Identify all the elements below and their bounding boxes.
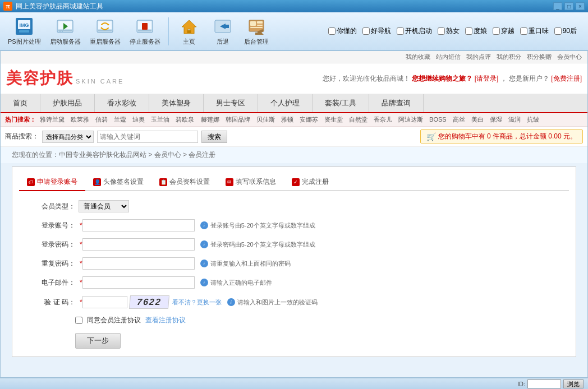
browse-button[interactable]: 浏览: [563, 379, 584, 388]
checkbox-shu-nv[interactable]: 熟女: [438, 26, 460, 36]
svg-rect-2: [19, 30, 29, 33]
top-nav-huanzeng[interactable]: 积分换赠: [527, 53, 552, 61]
register-link[interactable]: [免费注册]: [551, 75, 582, 82]
checkbox-hao-daohang[interactable]: 好导航: [362, 26, 391, 36]
step1-label: 申请登录账号: [37, 177, 77, 187]
captcha-refresh-link[interactable]: 看不清？更换一张: [172, 298, 222, 307]
logo-sub: Skin Care: [76, 78, 124, 85]
ni-dong-checkbox[interactable]: [328, 27, 336, 35]
window-controls: _ □ ×: [553, 2, 585, 10]
svg-rect-27: [257, 25, 263, 26]
member-type-row: 会员类型： 普通会员VIP会员: [19, 200, 569, 212]
minimize-button[interactable]: _: [553, 2, 562, 10]
checkbox-ni-dong[interactable]: 你懂的: [328, 26, 357, 36]
home-button[interactable]: 主页: [174, 14, 204, 48]
tab-skincare[interactable]: 护肤用品: [40, 94, 95, 112]
hot-item-21[interactable]: 抗皱: [527, 116, 539, 123]
checkbox-chuan-yue[interactable]: 穿越: [493, 26, 514, 36]
checkbox-90hou[interactable]: 90后: [554, 26, 577, 36]
checkbox-start-launch[interactable]: 开机启动: [397, 26, 432, 36]
hot-item-8[interactable]: 韩国品牌: [226, 116, 250, 123]
tab-home[interactable]: 首页: [1, 94, 40, 112]
login-link[interactable]: [请登录]: [475, 75, 499, 82]
view-agreement-link[interactable]: 查看注册协议: [145, 316, 186, 325]
backend-button[interactable]: 后台管理: [242, 14, 271, 48]
email-input[interactable]: [82, 276, 195, 289]
hot-item-5[interactable]: 玉兰油: [151, 116, 169, 123]
tab-body[interactable]: 美体塑身: [149, 94, 204, 112]
hot-item-4[interactable]: 迪奥: [132, 116, 145, 123]
checkbox-zhong-kou-wei[interactable]: 重口味: [520, 26, 549, 36]
hot-item-1[interactable]: 欧莱雅: [71, 116, 89, 123]
zhong-kou-wei-checkbox[interactable]: [520, 27, 527, 35]
hot-item-19[interactable]: 保湿: [490, 116, 502, 123]
tab-mens[interactable]: 男士专区: [204, 94, 258, 112]
step-tab-5[interactable]: ✓ 完成注册: [284, 174, 337, 191]
hot-item-15[interactable]: 阿迪达斯: [398, 116, 423, 123]
next-step-button[interactable]: 下一步: [75, 333, 121, 349]
stop-server-button[interactable]: 停止服务器: [127, 14, 163, 48]
maximize-button[interactable]: □: [564, 2, 573, 10]
hot-item-9[interactable]: 贝佳斯: [256, 116, 275, 123]
tab-personal[interactable]: 个人护理: [258, 94, 313, 112]
search-input[interactable]: [97, 131, 198, 143]
step-tab-2[interactable]: 👤 头像签名设置: [85, 174, 151, 191]
search-button[interactable]: 搜索: [201, 131, 227, 143]
toolbar: IMG PS图片处理 启动服务器: [0, 12, 588, 50]
chuan-yue-checkbox[interactable]: [493, 27, 500, 35]
shu-nv-checkbox[interactable]: [438, 27, 445, 35]
hot-item-6[interactable]: 碧欧泉: [176, 116, 194, 123]
logo-area: 美容护肤 Skin Care: [6, 68, 124, 89]
hot-item-7[interactable]: 赫莲娜: [201, 116, 219, 123]
confirm-password-input[interactable]: [82, 257, 195, 270]
hot-item-18[interactable]: 美白: [471, 116, 484, 123]
hot-item-16[interactable]: BOSS: [429, 116, 447, 123]
password-input[interactable]: [82, 238, 195, 251]
top-nav-shoucang[interactable]: 我的收藏: [406, 53, 430, 61]
hao-daohang-checkbox[interactable]: [362, 27, 370, 35]
tab-tools[interactable]: 套装/工具: [313, 94, 369, 112]
step-tab-4[interactable]: ✉ 填写联系信息: [218, 174, 284, 191]
step3-label: 会员资料设置: [169, 177, 210, 187]
main-area: 我的收藏 站内短信 我的点评 我的积分 积分换赠 会员中心 美容护肤 Skin …: [0, 50, 588, 378]
hot-item-17[interactable]: 高丝: [453, 116, 465, 123]
hot-item-3[interactable]: 兰蔻: [114, 116, 126, 123]
captcha-input[interactable]: [82, 296, 127, 308]
du-nv-checkbox[interactable]: [465, 27, 472, 35]
hot-item-2[interactable]: 信碧: [95, 116, 108, 123]
hot-item-11[interactable]: 安娜苏: [300, 116, 318, 123]
start-server-button[interactable]: 启动服务器: [48, 14, 83, 48]
hot-item-0[interactable]: 雅诗兰黛: [40, 116, 65, 123]
category-select[interactable]: 选择商品分类: [42, 131, 94, 143]
login-name-hint-text: 登录账号由5-20个英文字母或数字组成: [210, 221, 315, 230]
top-nav-duanxin[interactable]: 站内短信: [436, 53, 461, 61]
back-button[interactable]: 后退: [208, 14, 237, 48]
hot-item-20[interactable]: 滋润: [508, 116, 521, 123]
tab-brand[interactable]: 品牌查询: [369, 94, 424, 112]
close-button[interactable]: ×: [576, 2, 585, 10]
svg-rect-17: [138, 30, 151, 31]
hot-item-10[interactable]: 雅顿: [281, 116, 293, 123]
id-input[interactable]: [527, 379, 561, 388]
nav-tabs: 首页 护肤用品 香水彩妆 美体塑身 男士专区 个人护理 套装/工具 品牌查询: [1, 94, 587, 113]
top-nav-huiyuan[interactable]: 会员中心: [557, 53, 582, 61]
ps-button[interactable]: IMG PS图片处理: [6, 14, 43, 48]
member-type-select[interactable]: 普通会员VIP会员: [79, 200, 129, 212]
step4-label: 填写联系信息: [236, 177, 276, 187]
top-nav-dianjing[interactable]: 我的点评: [466, 53, 491, 61]
hot-item-13[interactable]: 自然堂: [349, 116, 368, 123]
login-name-input[interactable]: [82, 219, 195, 231]
step2-icon: 👤: [93, 178, 101, 186]
hot-item-14[interactable]: 香奈儿: [374, 116, 392, 123]
step-tab-3[interactable]: 📋 会员资料设置: [151, 174, 218, 191]
restart-server-button[interactable]: 重启服务器: [88, 14, 123, 48]
agreement-checkbox[interactable]: [75, 317, 82, 324]
step-tab-1[interactable]: 🏷 申请登录账号: [19, 174, 85, 191]
start-launch-checkbox[interactable]: [397, 27, 404, 35]
90hou-checkbox[interactable]: [554, 27, 562, 35]
hot-item-12[interactable]: 资生堂: [324, 116, 343, 123]
tab-makeup[interactable]: 香水彩妆: [95, 94, 149, 112]
checkbox-du-nv[interactable]: 度娘: [465, 26, 487, 36]
top-nav-jifen[interactable]: 我的积分: [497, 53, 521, 61]
confirm-password-label: 重复密码：: [30, 259, 75, 268]
